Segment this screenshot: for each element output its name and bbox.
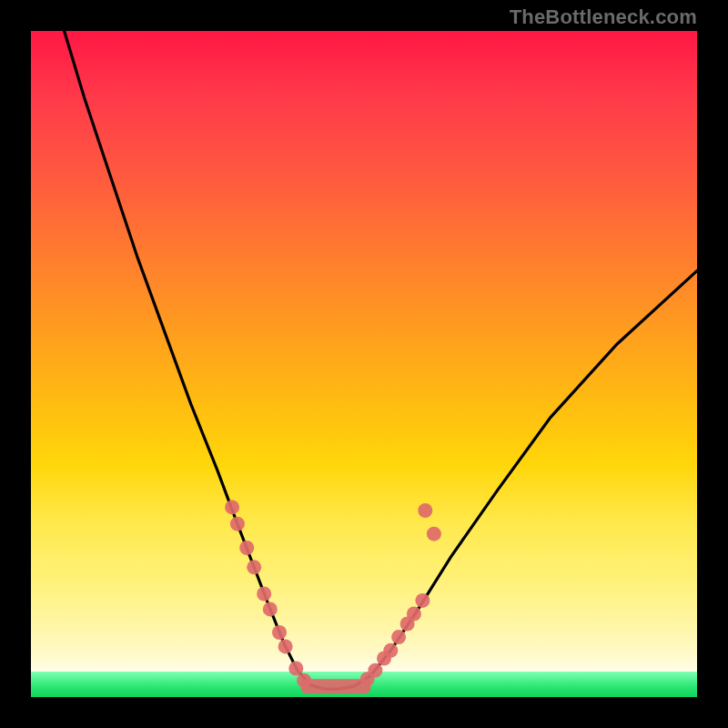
curve-marker [239,541,254,555]
curve-marker [383,643,398,658]
curve-marker [278,639,293,653]
bottleneck-curve-svg [31,31,697,697]
bottleneck-curve [65,31,697,689]
curve-marker [263,602,278,616]
curve-marker [407,607,421,622]
plot-area [31,31,697,697]
curve-marker [391,630,406,644]
curve-marker [257,587,271,602]
curve-marker [368,663,382,678]
bottom-flat-bar [301,679,371,693]
curve-marker [225,500,239,514]
chart-frame: TheBottleneck.com [0,0,728,728]
curve-markers [225,500,441,687]
curve-marker [427,527,441,541]
curve-marker [230,517,245,531]
curve-marker [288,662,303,676]
attribution-label: TheBottleneck.com [510,5,697,29]
curve-marker [418,503,432,518]
curve-marker [272,625,287,640]
curve-marker [415,593,430,608]
curve-marker [247,560,261,574]
